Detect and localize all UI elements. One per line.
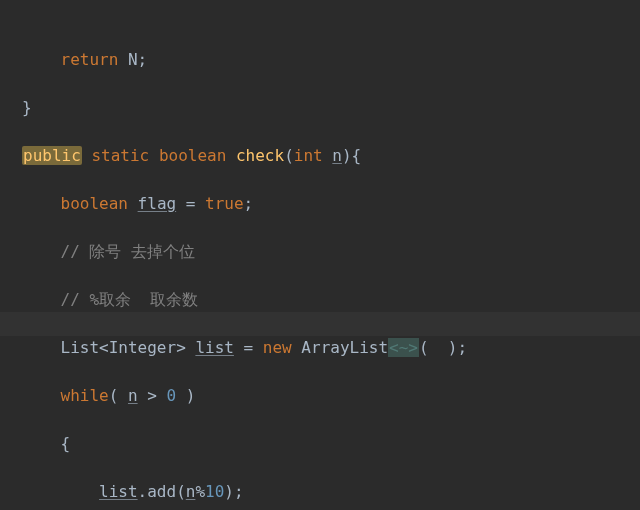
code-line: }	[22, 96, 640, 120]
code-line: while( n > 0 )	[22, 384, 640, 408]
code-line: {	[22, 432, 640, 456]
diamond-hint: <~>	[388, 338, 419, 357]
keyword-public: public	[22, 146, 82, 165]
code-line: boolean flag = true;	[22, 192, 640, 216]
code-line: // 除号 去掉个位	[22, 240, 640, 264]
code-line: return N;	[22, 48, 640, 72]
code-line: List<Integer> list = new ArrayList<~>( )…	[22, 336, 640, 360]
code-line: public static boolean check(int n){	[22, 144, 640, 168]
code-line: list.add(n%10);	[22, 480, 640, 504]
code-line: // %取余 取余数	[22, 288, 640, 312]
code-editor[interactable]: return N; } public static boolean check(…	[0, 0, 640, 510]
